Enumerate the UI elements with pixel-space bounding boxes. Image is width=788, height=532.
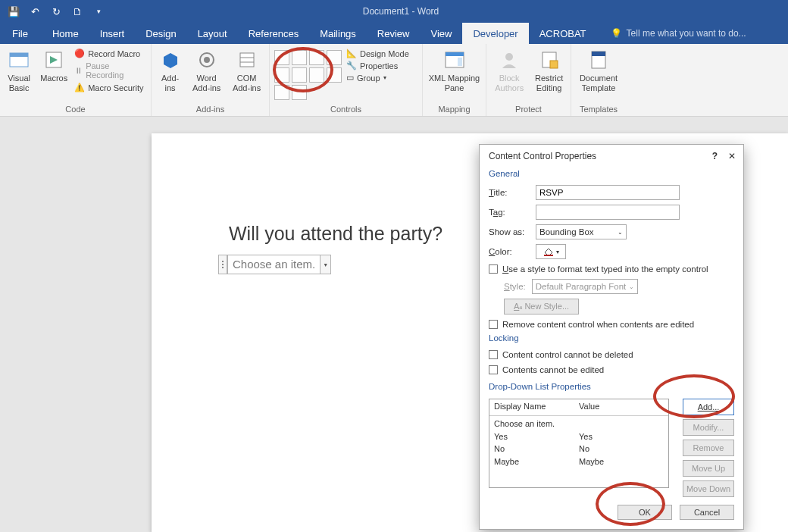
- style-select: Default Paragraph Font ⌄: [532, 279, 638, 294]
- listbox-header: Display Name Value: [489, 399, 668, 416]
- tag-input[interactable]: [536, 205, 680, 220]
- tab-home[interactable]: Home: [42, 23, 89, 44]
- window-title: Document1 - Word: [105, 6, 697, 17]
- visual-basic-button[interactable]: Visual Basic: [5, 47, 33, 92]
- word-addins-button[interactable]: Word Add-ins: [189, 47, 224, 92]
- list-item[interactable]: Choose an item.: [494, 418, 664, 430]
- group-button[interactable]: ▭Group ▾: [346, 73, 409, 83]
- addins-button[interactable]: Add- ins: [156, 47, 184, 92]
- color-picker-button[interactable]: ▾: [536, 244, 566, 259]
- group-protect: Block Authors Restrict Editing Protect: [486, 44, 571, 116]
- control-combobox-icon[interactable]: [292, 67, 307, 83]
- showas-select[interactable]: Bounding Box ⌄: [536, 224, 627, 239]
- tell-me-label: Tell me what you want to do...: [627, 28, 746, 39]
- group-label: Controls: [274, 103, 417, 116]
- com-addins-button[interactable]: COM Add-ins: [229, 47, 264, 92]
- customize-qat-icon[interactable]: ▾: [92, 8, 105, 15]
- control-richtext-icon[interactable]: [274, 50, 289, 65]
- label: Restrict Editing: [535, 74, 563, 92]
- tab-view[interactable]: View: [420, 23, 462, 44]
- chevron-down-icon[interactable]: ▼: [321, 255, 331, 274]
- control-buildingblock-icon[interactable]: [327, 50, 342, 65]
- row-title: Title:: [480, 183, 743, 202]
- svg-rect-11: [458, 58, 462, 66]
- tab-acrobat[interactable]: ACROBAT: [529, 23, 597, 44]
- list-item[interactable]: NoNo: [494, 443, 664, 455]
- save-icon[interactable]: 💾: [8, 6, 20, 17]
- remove-button[interactable]: Remove: [683, 440, 734, 456]
- properties-button[interactable]: 🔧Properties: [346, 61, 409, 70]
- controls-gallery[interactable]: [274, 47, 342, 100]
- content-control-dropdown[interactable]: Choose an item. ▼: [218, 255, 331, 274]
- cc-handle-icon[interactable]: [218, 255, 227, 274]
- record-macro-button[interactable]: 🔴Record Macro: [74, 49, 146, 58]
- lock-delete-label: Content control cannot be deleted: [502, 350, 633, 359]
- row-lock-delete[interactable]: Content control cannot be deleted: [480, 347, 743, 362]
- pause-recording-button[interactable]: ⏸Pause Recording: [74, 61, 146, 80]
- chevron-down-icon: ⌄: [629, 283, 634, 290]
- control-picture-icon[interactable]: [309, 50, 324, 65]
- cancel-button[interactable]: Cancel: [680, 505, 734, 520]
- restrict-editing-button[interactable]: Restrict Editing: [532, 47, 566, 92]
- control-legacy-icon[interactable]: [292, 85, 307, 100]
- xml-mapping-icon: [443, 49, 466, 71]
- tab-design[interactable]: Design: [135, 23, 186, 44]
- tab-mailings[interactable]: Mailings: [309, 23, 367, 44]
- group-label: Code: [5, 103, 146, 116]
- label: Block Authors: [495, 74, 524, 92]
- tell-me-search[interactable]: 💡 Tell me what you want to do...: [597, 23, 788, 44]
- modify-button[interactable]: Modify...: [683, 419, 734, 436]
- xml-mapping-button[interactable]: XML Mapping Pane: [427, 47, 481, 92]
- pause-icon: ⏸: [74, 66, 83, 75]
- checkbox-lock-delete[interactable]: [489, 350, 498, 359]
- checkbox-use-style[interactable]: [489, 264, 498, 274]
- label: COM Add-ins: [233, 74, 261, 92]
- new-doc-icon[interactable]: 🗋: [71, 6, 83, 17]
- document-heading[interactable]: Will you attend the party?: [229, 223, 442, 245]
- control-datepicker-icon[interactable]: [327, 67, 342, 83]
- repeat-icon[interactable]: ↻: [50, 6, 62, 17]
- content-control-properties-dialog: Content Control Properties ? ✕ General T…: [479, 144, 744, 530]
- title-bar: 💾 ↶ ↻ 🗋 ▾ Document1 - Word: [0, 0, 788, 23]
- macros-icon: [42, 49, 65, 71]
- checkbox-remove-cc[interactable]: [489, 320, 498, 329]
- move-down-button[interactable]: Move Down: [683, 480, 734, 497]
- svg-point-12: [505, 53, 513, 61]
- cc-placeholder[interactable]: Choose an item.: [227, 255, 321, 274]
- list-item[interactable]: YesYes: [494, 430, 664, 443]
- list-item[interactable]: MaybeMaybe: [494, 455, 664, 468]
- tab-references[interactable]: References: [238, 23, 309, 44]
- row-lock-edit[interactable]: Contents cannot be edited: [480, 362, 743, 377]
- tab-insert[interactable]: Insert: [89, 23, 136, 44]
- macro-security-button[interactable]: ⚠️Macro Security: [74, 83, 146, 92]
- control-repeating-icon[interactable]: [274, 85, 289, 100]
- help-button[interactable]: ?: [712, 151, 718, 161]
- use-style-label: Use a style to format text typed into th…: [502, 264, 708, 274]
- close-button[interactable]: ✕: [728, 151, 736, 161]
- row-remove-cc[interactable]: Remove content control when contents are…: [480, 317, 743, 332]
- macros-button[interactable]: Macros: [38, 47, 70, 83]
- add-button[interactable]: Add...: [683, 399, 734, 415]
- section-locking: Locking: [480, 332, 743, 347]
- move-up-button[interactable]: Move Up: [683, 460, 734, 477]
- ok-button[interactable]: OK: [618, 505, 672, 520]
- row-use-style[interactable]: Use a style to format text typed into th…: [480, 261, 743, 277]
- control-plaintext-icon[interactable]: [292, 50, 307, 65]
- svg-rect-17: [544, 255, 553, 256]
- document-template-button[interactable]: Document Template: [576, 47, 621, 92]
- tab-file[interactable]: File: [0, 23, 42, 44]
- block-authors-button[interactable]: Block Authors: [491, 47, 527, 92]
- tab-layout[interactable]: Layout: [187, 23, 238, 44]
- label: Design Mode: [360, 49, 409, 58]
- control-checkbox-icon[interactable]: [274, 67, 289, 83]
- label: Visual Basic: [8, 74, 30, 92]
- tab-review[interactable]: Review: [367, 23, 421, 44]
- undo-icon[interactable]: ↶: [29, 6, 41, 17]
- tab-developer[interactable]: Developer: [462, 23, 528, 44]
- dropdown-listbox[interactable]: Display Name Value Choose an item. YesYe…: [489, 399, 669, 488]
- title-input[interactable]: [536, 185, 680, 200]
- checkbox-lock-edit[interactable]: [489, 365, 498, 374]
- label: Word Add-ins: [192, 74, 220, 92]
- control-dropdown-icon[interactable]: [309, 67, 324, 83]
- design-mode-button[interactable]: 📐Design Mode: [346, 49, 409, 58]
